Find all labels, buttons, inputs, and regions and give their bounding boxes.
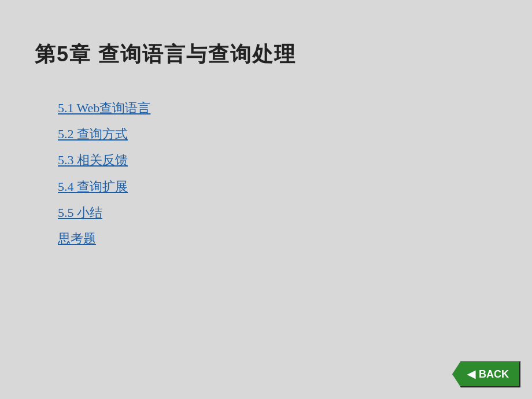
slide: 第5章 查询语言与查询处理 5.1 Web查询语言 5.2 查询方式 5.3 相…	[0, 0, 532, 399]
nav-link-5-1[interactable]: 5.1 Web查询语言	[58, 98, 497, 118]
nav-link-5-4[interactable]: 5.4 查询扩展	[58, 176, 497, 197]
back-arrow-icon: ◀	[467, 368, 475, 380]
back-button[interactable]: ◀ BACK	[452, 361, 520, 387]
nav-link-5-3[interactable]: 5.3 相关反馈	[58, 150, 497, 170]
content-area: 5.1 Web查询语言 5.2 查询方式 5.3 相关反馈 5.4 查询扩展 5…	[58, 98, 497, 249]
nav-link-5-5[interactable]: 5.5 小结	[58, 202, 497, 223]
nav-link-think[interactable]: 思考题	[58, 228, 497, 249]
back-label: BACK	[479, 368, 509, 380]
page-title: 第5章 查询语言与查询处理	[35, 40, 497, 69]
title-area: 第5章 查询语言与查询处理	[35, 40, 497, 69]
nav-link-5-2[interactable]: 5.2 查询方式	[58, 124, 497, 144]
